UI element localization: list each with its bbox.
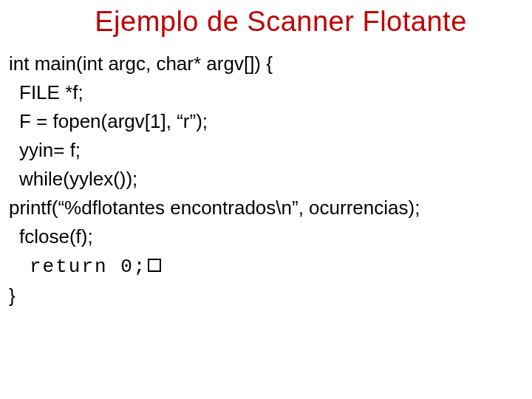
code-line-4: yyin= f; — [9, 136, 523, 165]
code-line-9: } — [9, 282, 523, 310]
code-block: int main(int argc, char* argv[]) { FILE … — [9, 50, 523, 310]
code-line-1: int main(int argc, char* argv[]) { — [9, 50, 523, 78]
slide-container: Ejemplo de Scanner Flotante int main(int… — [0, 0, 532, 399]
code-line-3: F = fopen(argv[1], “r”); — [9, 107, 523, 136]
code-line-7: fclose(f); — [9, 222, 523, 251]
code-line-6: printf(“%dflotantes encontrados\n”, ocur… — [9, 194, 523, 222]
box-glyph-icon — [148, 259, 161, 272]
code-line-8: return 0; — [9, 251, 523, 282]
return-text: return 0; — [30, 256, 146, 278]
slide-title: Ejemplo de Scanner Flotante — [9, 6, 523, 38]
code-line-2: FILE *f; — [9, 78, 523, 107]
code-line-5: while(yylex()); — [9, 165, 523, 194]
